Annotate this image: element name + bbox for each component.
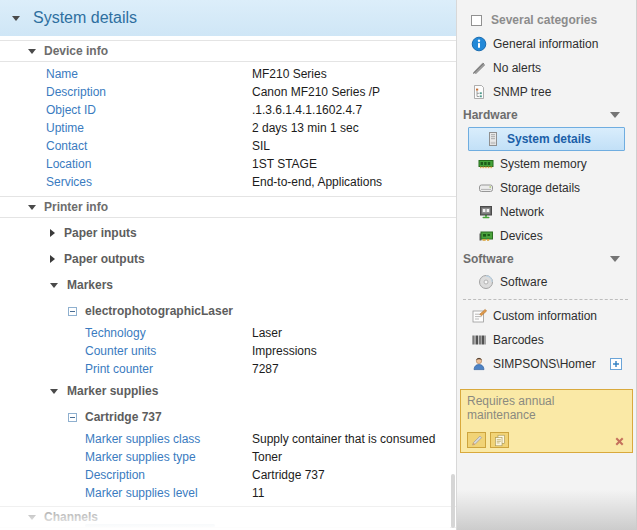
sidebar-section-label: Software bbox=[463, 252, 514, 266]
table-row: Counter units Impressions bbox=[0, 342, 456, 360]
sidebar-item-barcodes[interactable]: Barcodes bbox=[457, 328, 636, 352]
sidebar-item-system-memory[interactable]: System memory bbox=[457, 152, 636, 176]
tree-label: Markers bbox=[67, 278, 113, 292]
note-text: Requires annual maintenance bbox=[467, 394, 626, 422]
device-info-rows: Name MF210 Series Description Canon MF21… bbox=[0, 62, 456, 194]
categories-checkbox[interactable] bbox=[471, 15, 482, 26]
field-value: 2 days 13 min 1 sec bbox=[252, 121, 359, 135]
collapse-arrow-icon bbox=[12, 16, 20, 21]
table-row: Contact SIL bbox=[0, 137, 456, 155]
tree-node-cartridge[interactable]: Cartridge 737 bbox=[0, 404, 456, 430]
field-label: Description bbox=[85, 468, 252, 482]
section-header-channels[interactable]: Channels bbox=[0, 506, 456, 528]
field-label: Marker supplies level bbox=[85, 486, 252, 500]
sidebar-item-custom-information[interactable]: Custom information bbox=[457, 304, 636, 328]
snmp-tree-icon bbox=[471, 84, 487, 100]
table-row: Object ID .1.3.6.1.4.1.1602.4.7 bbox=[0, 101, 456, 119]
field-label: Marker supplies type bbox=[85, 450, 252, 464]
field-value: Laser bbox=[252, 326, 282, 340]
table-row: Print counter 7287 bbox=[0, 360, 456, 378]
chevron-right-icon bbox=[50, 255, 55, 263]
sidebar-item-label: Custom information bbox=[493, 309, 597, 323]
sidebar-item-label: SIMPSONS\Homer bbox=[493, 357, 596, 371]
sidebar-item-snmp-tree[interactable]: SNMP tree bbox=[457, 80, 636, 104]
expand-plus-icon[interactable] bbox=[610, 358, 622, 370]
section-label: Channels bbox=[44, 510, 98, 524]
sidebar-item-system-details[interactable]: System details bbox=[468, 127, 625, 151]
table-row: Marker supplies type Toner bbox=[0, 448, 456, 466]
section-header-device-info[interactable]: Device info bbox=[0, 40, 456, 62]
sidebar-item-label: Software bbox=[500, 275, 547, 289]
table-row: Marker supplies class Supply container t… bbox=[0, 430, 456, 448]
faded-row bbox=[85, 524, 215, 527]
devices-icon bbox=[478, 228, 494, 244]
chevron-down-icon bbox=[28, 205, 36, 210]
edit-note-button[interactable] bbox=[467, 432, 486, 448]
panel-header[interactable]: System details bbox=[0, 0, 456, 36]
tree-label: Cartridge 737 bbox=[85, 410, 162, 424]
table-row: Name MF210 Series bbox=[0, 65, 456, 83]
sidebar-item-label: Network bbox=[500, 205, 544, 219]
tree-node-markers[interactable]: Markers bbox=[0, 272, 456, 298]
sidebar-item-several-categories[interactable]: Several categories bbox=[457, 8, 636, 32]
field-label: Location bbox=[46, 157, 252, 171]
barcode-icon bbox=[471, 332, 487, 348]
field-value: 11 bbox=[252, 486, 264, 500]
cd-icon bbox=[478, 274, 494, 290]
sidebar-section-hardware[interactable]: Hardware bbox=[457, 104, 636, 126]
tree-node-marker[interactable]: electrophotographicLaser bbox=[0, 298, 456, 324]
copy-note-button[interactable] bbox=[490, 432, 509, 448]
cartridge-rows: Marker supplies class Supply container t… bbox=[0, 430, 456, 502]
chevron-down-icon bbox=[28, 49, 36, 54]
tree-label: Paper inputs bbox=[64, 226, 137, 240]
sidebar-item-no-alerts[interactable]: No alerts bbox=[457, 56, 636, 80]
field-value: Supply container that is consumed bbox=[252, 432, 435, 446]
sidebar-item-devices[interactable]: Devices bbox=[457, 224, 636, 248]
field-label: Print counter bbox=[85, 362, 252, 376]
field-label: Marker supplies class bbox=[85, 432, 252, 446]
sidebar-item-software[interactable]: Software bbox=[457, 270, 636, 294]
sidebar-item-label: Storage details bbox=[500, 181, 580, 195]
field-value: Canon MF210 Series /P bbox=[252, 85, 380, 99]
memory-icon bbox=[478, 156, 494, 172]
field-label: Technology bbox=[85, 326, 252, 340]
sticky-note: Requires annual maintenance bbox=[460, 389, 633, 453]
field-value: 1ST STAGE bbox=[252, 157, 317, 171]
field-label: Description bbox=[46, 85, 252, 99]
scrollbar-thumb[interactable] bbox=[451, 474, 455, 528]
section-header-printer-info[interactable]: Printer info bbox=[0, 196, 456, 218]
tree-label: electrophotographicLaser bbox=[85, 304, 233, 318]
sidebar-item-label: System memory bbox=[500, 157, 587, 171]
field-label: Uptime bbox=[46, 121, 252, 135]
field-value: Toner bbox=[252, 450, 282, 464]
field-label: Contact bbox=[46, 139, 252, 153]
field-value: 7287 bbox=[252, 362, 279, 376]
field-label: Counter units bbox=[85, 344, 252, 358]
collapse-minus-icon[interactable] bbox=[68, 307, 77, 316]
sidebar-item-user[interactable]: SIMPSONS\Homer bbox=[457, 352, 636, 376]
sidebar-section-software[interactable]: Software bbox=[457, 248, 636, 270]
tree-node-marker-supplies[interactable]: Marker supplies bbox=[0, 378, 456, 404]
chevron-down-icon bbox=[50, 389, 58, 394]
tree-node-paper-outputs[interactable]: Paper outputs bbox=[0, 246, 456, 272]
sidebar-item-general-information[interactable]: General information bbox=[457, 32, 636, 56]
field-value: MF210 Series bbox=[252, 67, 327, 81]
sidebar-item-storage-details[interactable]: Storage details bbox=[457, 176, 636, 200]
sidebar-item-network[interactable]: Network bbox=[457, 200, 636, 224]
chevron-down-icon bbox=[610, 112, 620, 118]
info-icon bbox=[471, 36, 487, 52]
no-alerts-icon bbox=[471, 60, 487, 76]
custom-info-icon bbox=[471, 308, 487, 324]
tree-label: Marker supplies bbox=[67, 384, 158, 398]
section-label: Printer info bbox=[44, 200, 108, 214]
sidebar-item-label: System details bbox=[507, 132, 591, 146]
network-icon bbox=[478, 204, 494, 220]
table-row: Services End-to-end, Applications bbox=[0, 173, 456, 191]
collapse-minus-icon[interactable] bbox=[68, 413, 77, 422]
field-label: Services bbox=[46, 175, 252, 189]
table-row: Description Cartridge 737 bbox=[0, 466, 456, 484]
close-note-icon[interactable] bbox=[614, 436, 626, 448]
panel-title: System details bbox=[33, 9, 137, 27]
tree-node-paper-inputs[interactable]: Paper inputs bbox=[0, 220, 456, 246]
table-row: Marker supplies level 11 bbox=[0, 484, 456, 502]
